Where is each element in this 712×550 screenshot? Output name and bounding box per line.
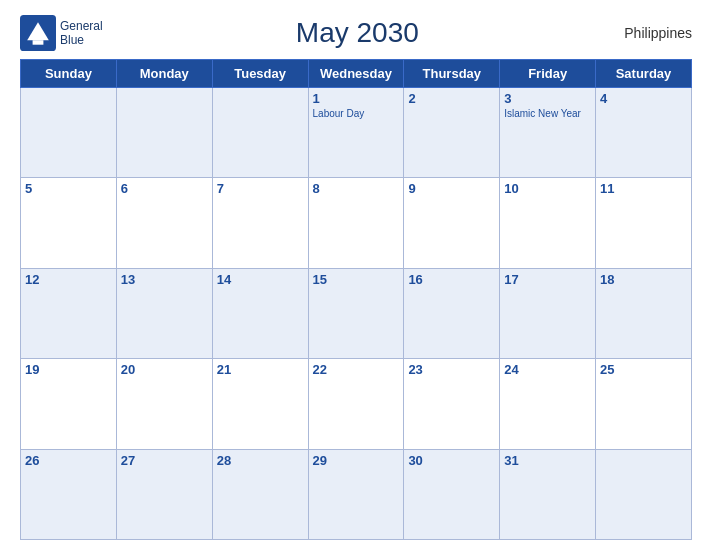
calendar-cell: 21 bbox=[212, 359, 308, 449]
calendar-cell: 14 bbox=[212, 268, 308, 358]
calendar-cell: 7 bbox=[212, 178, 308, 268]
calendar-cell: 11 bbox=[596, 178, 692, 268]
day-number: 11 bbox=[600, 181, 687, 196]
day-header-wednesday: Wednesday bbox=[308, 60, 404, 88]
calendar-table: SundayMondayTuesdayWednesdayThursdayFrid… bbox=[20, 59, 692, 540]
calendar-cell: 13 bbox=[116, 268, 212, 358]
calendar-cell: 20 bbox=[116, 359, 212, 449]
day-number: 20 bbox=[121, 362, 208, 377]
svg-rect-2 bbox=[33, 40, 44, 45]
holiday-label: Labour Day bbox=[313, 108, 400, 119]
calendar-cell: 8 bbox=[308, 178, 404, 268]
calendar-cell: 2 bbox=[404, 88, 500, 178]
holiday-label: Islamic New Year bbox=[504, 108, 591, 119]
day-number: 16 bbox=[408, 272, 495, 287]
calendar-cell: 30 bbox=[404, 449, 500, 539]
day-number: 1 bbox=[313, 91, 400, 106]
calendar-cell: 6 bbox=[116, 178, 212, 268]
calendar-cell: 25 bbox=[596, 359, 692, 449]
calendar-cell: 29 bbox=[308, 449, 404, 539]
calendar-cell: 28 bbox=[212, 449, 308, 539]
calendar-cell: 18 bbox=[596, 268, 692, 358]
calendar-cell bbox=[116, 88, 212, 178]
calendar-cell: 31 bbox=[500, 449, 596, 539]
calendar-cell: 3Islamic New Year bbox=[500, 88, 596, 178]
calendar-cell bbox=[21, 88, 117, 178]
day-number: 2 bbox=[408, 91, 495, 106]
day-number: 21 bbox=[217, 362, 304, 377]
calendar-cell: 22 bbox=[308, 359, 404, 449]
day-number: 9 bbox=[408, 181, 495, 196]
day-number: 5 bbox=[25, 181, 112, 196]
day-header-monday: Monday bbox=[116, 60, 212, 88]
calendar-week-5: 262728293031 bbox=[21, 449, 692, 539]
day-number: 18 bbox=[600, 272, 687, 287]
calendar-cell: 15 bbox=[308, 268, 404, 358]
day-number: 15 bbox=[313, 272, 400, 287]
calendar-week-2: 567891011 bbox=[21, 178, 692, 268]
day-header-friday: Friday bbox=[500, 60, 596, 88]
day-number: 31 bbox=[504, 453, 591, 468]
country-label: Philippines bbox=[612, 25, 692, 41]
day-header-sunday: Sunday bbox=[21, 60, 117, 88]
calendar-cell: 12 bbox=[21, 268, 117, 358]
logo: General Blue bbox=[20, 15, 103, 51]
day-number: 7 bbox=[217, 181, 304, 196]
day-number: 29 bbox=[313, 453, 400, 468]
day-number: 12 bbox=[25, 272, 112, 287]
days-header-row: SundayMondayTuesdayWednesdayThursdayFrid… bbox=[21, 60, 692, 88]
calendar-header: General Blue May 2030 Philippines bbox=[20, 10, 692, 59]
day-number: 30 bbox=[408, 453, 495, 468]
calendar-week-3: 12131415161718 bbox=[21, 268, 692, 358]
calendar-cell: 24 bbox=[500, 359, 596, 449]
day-number: 14 bbox=[217, 272, 304, 287]
day-number: 25 bbox=[600, 362, 687, 377]
calendar-cell: 23 bbox=[404, 359, 500, 449]
calendar-cell: 27 bbox=[116, 449, 212, 539]
calendar-cell: 19 bbox=[21, 359, 117, 449]
day-number: 6 bbox=[121, 181, 208, 196]
day-header-saturday: Saturday bbox=[596, 60, 692, 88]
day-number: 27 bbox=[121, 453, 208, 468]
calendar-title: May 2030 bbox=[103, 17, 612, 49]
day-number: 3 bbox=[504, 91, 591, 106]
day-number: 13 bbox=[121, 272, 208, 287]
logo-text: General Blue bbox=[60, 19, 103, 48]
calendar-week-4: 19202122232425 bbox=[21, 359, 692, 449]
day-header-thursday: Thursday bbox=[404, 60, 500, 88]
day-number: 23 bbox=[408, 362, 495, 377]
day-number: 28 bbox=[217, 453, 304, 468]
calendar-cell: 1Labour Day bbox=[308, 88, 404, 178]
calendar-cell bbox=[596, 449, 692, 539]
calendar-cell bbox=[212, 88, 308, 178]
calendar-week-1: 1Labour Day23Islamic New Year4 bbox=[21, 88, 692, 178]
day-header-tuesday: Tuesday bbox=[212, 60, 308, 88]
calendar-cell: 4 bbox=[596, 88, 692, 178]
day-number: 8 bbox=[313, 181, 400, 196]
day-number: 4 bbox=[600, 91, 687, 106]
calendar-cell: 17 bbox=[500, 268, 596, 358]
day-number: 19 bbox=[25, 362, 112, 377]
logo-icon bbox=[20, 15, 56, 51]
day-number: 10 bbox=[504, 181, 591, 196]
calendar-cell: 9 bbox=[404, 178, 500, 268]
calendar-cell: 10 bbox=[500, 178, 596, 268]
day-number: 22 bbox=[313, 362, 400, 377]
day-number: 24 bbox=[504, 362, 591, 377]
day-number: 17 bbox=[504, 272, 591, 287]
calendar-cell: 16 bbox=[404, 268, 500, 358]
calendar-cell: 5 bbox=[21, 178, 117, 268]
day-number: 26 bbox=[25, 453, 112, 468]
calendar-cell: 26 bbox=[21, 449, 117, 539]
